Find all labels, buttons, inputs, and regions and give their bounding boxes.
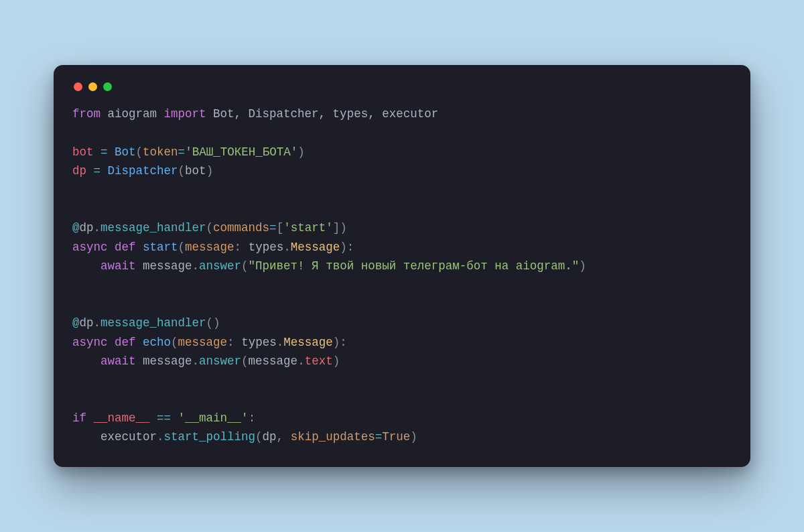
indent xyxy=(72,354,100,368)
ns-types: types xyxy=(249,241,284,254)
method-startpolling: start_polling xyxy=(164,430,256,444)
code-line: await message.answer("Привет! Я твой нов… xyxy=(72,259,586,273)
module-name: aiogram xyxy=(108,107,157,121)
dot: . xyxy=(94,316,101,330)
dot: . xyxy=(277,336,284,349)
code-line: @dp.message_handler() xyxy=(72,316,220,330)
paren: ) xyxy=(213,316,220,330)
paren: ( xyxy=(178,241,186,254)
str-greeting: "Привет! Я твой новый телеграм-бот на ai… xyxy=(249,259,580,273)
kw-import: import xyxy=(164,107,206,121)
code-line: executor.start_polling(dp, skip_updates=… xyxy=(72,430,417,444)
param-message: message xyxy=(185,241,234,254)
dec-obj: dp xyxy=(80,316,94,330)
close-icon[interactable] xyxy=(74,82,82,91)
colon: : xyxy=(234,241,242,254)
decorator-at: @ xyxy=(72,221,80,235)
dot: . xyxy=(94,221,101,235)
dunder-name: __name__ xyxy=(94,411,150,425)
dot: . xyxy=(157,430,164,444)
class-dispatcher: Dispatcher xyxy=(108,164,178,178)
ns-types: types xyxy=(241,336,277,349)
code-line: dp = Dispatcher(bot) xyxy=(72,164,213,178)
paren: ( xyxy=(178,164,186,178)
kw-async: async xyxy=(72,241,108,254)
dot: . xyxy=(297,354,305,368)
code-window: from aiogram import Bot, Dispatcher, typ… xyxy=(54,65,750,466)
bracket: [ xyxy=(277,221,284,235)
var-bot: bot xyxy=(72,145,94,159)
code-line: bot = Bot(token='ВАШ_ТОКЕН_БОТА') xyxy=(72,145,305,159)
kw-commands: commands xyxy=(213,221,269,235)
op-eq: = xyxy=(375,430,383,444)
kw-skipupdates: skip_updates xyxy=(291,430,375,444)
paren: ( xyxy=(255,430,263,444)
code-line: if __name__ == '__main__': xyxy=(72,411,255,425)
colon: : xyxy=(227,336,234,349)
paren: ( xyxy=(171,336,178,349)
arg-message: message xyxy=(249,354,298,368)
colon: : xyxy=(347,241,354,254)
paren: ) xyxy=(206,164,214,178)
method-answer: answer xyxy=(199,259,241,273)
op-eq: = xyxy=(178,145,186,159)
paren: ) xyxy=(340,221,347,235)
paren: ) xyxy=(340,241,347,254)
colon: : xyxy=(340,336,347,349)
kw-await: await xyxy=(100,259,136,273)
type-message: Message xyxy=(291,241,340,254)
kw-def: def xyxy=(115,336,136,349)
fn-echo: echo xyxy=(143,336,171,349)
bracket: ] xyxy=(333,221,340,235)
window-titlebar xyxy=(72,81,732,105)
paren: ( xyxy=(206,221,214,235)
kw-if: if xyxy=(72,411,86,425)
dec-method: message_handler xyxy=(100,316,206,330)
arg-dp: dp xyxy=(263,430,277,444)
code-line: await message.answer(message.text) xyxy=(72,354,340,368)
paren: ) xyxy=(410,430,417,444)
paren: ) xyxy=(333,336,340,349)
obj-message: message xyxy=(143,354,192,368)
var-dp: dp xyxy=(72,164,86,178)
paren: ) xyxy=(297,145,305,159)
fn-start: start xyxy=(143,241,178,254)
kw-from: from xyxy=(72,107,100,121)
attr-text: text xyxy=(305,354,333,368)
import-list: Bot, Dispatcher, types, executor xyxy=(213,107,438,121)
dec-method: message_handler xyxy=(100,221,206,235)
paren: ) xyxy=(333,354,340,368)
dot: . xyxy=(283,241,291,254)
kw-def: def xyxy=(115,241,136,254)
paren: ) xyxy=(579,259,586,273)
indent xyxy=(72,430,100,444)
kw-async: async xyxy=(72,336,108,349)
dot: . xyxy=(192,259,200,273)
dot: . xyxy=(192,354,200,368)
class-bot: Bot xyxy=(115,145,136,159)
code-line: from aiogram import Bot, Dispatcher, typ… xyxy=(72,107,438,121)
paren: ( xyxy=(136,145,143,159)
op-eqeq: == xyxy=(157,411,171,425)
op-eq: = xyxy=(100,145,108,159)
param-message: message xyxy=(178,336,228,349)
colon: : xyxy=(249,411,256,425)
arg-bot: bot xyxy=(185,164,206,178)
zoom-icon[interactable] xyxy=(103,82,112,91)
minimize-icon[interactable] xyxy=(88,82,97,91)
obj-message: message xyxy=(143,259,192,273)
str-token: 'ВАШ_ТОКЕН_БОТА' xyxy=(185,145,297,159)
str-start: 'start' xyxy=(283,221,333,235)
kw-token: token xyxy=(143,145,178,159)
code-block: from aiogram import Bot, Dispatcher, typ… xyxy=(72,105,732,446)
op-eq: = xyxy=(94,164,101,178)
comma: , xyxy=(277,430,291,444)
kw-await: await xyxy=(100,354,136,368)
method-answer: answer xyxy=(199,354,241,368)
code-line: @dp.message_handler(commands=['start']) xyxy=(72,221,347,235)
type-message: Message xyxy=(283,336,333,349)
code-line: async def start(message: types.Message): xyxy=(72,241,354,254)
decorator-at: @ xyxy=(72,316,80,330)
bool-true: True xyxy=(382,430,410,444)
paren: ( xyxy=(206,316,214,330)
